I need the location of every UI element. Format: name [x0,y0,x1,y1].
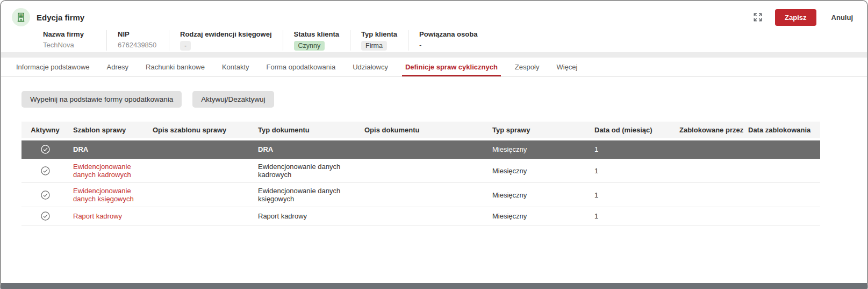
tab-forma-opodatkowania[interactable]: Forma opodatkowania [258,58,345,76]
column-header-szablon-sprawy: Szablon sprawy [69,122,148,139]
recurring-case-definitions-table: Aktywny Szablon sprawy Opis szablonu spr… [21,122,820,225]
check-circle-icon [40,166,51,176]
tab-bar: Informacje podstawowe Adresy Rachunki ba… [1,58,867,77]
activate-deactivate-button[interactable]: Aktywuj/Dezaktywuj [192,91,274,108]
cell-case-type: Miesięczny [488,139,590,159]
cell-template-desc [148,207,254,225]
cell-blocked-date [744,159,820,183]
cell-date-from: 1 [590,207,675,225]
building-icon [12,8,30,26]
cell-blocked-by [675,139,744,159]
tab-content: Wypełnij na podstawie formy opodatkowani… [1,77,867,225]
column-header-typ-dokumentu: Typ dokumentu [254,122,360,139]
table-row[interactable]: Ewidencjonowanie danych kadrowych Ewiden… [21,159,820,183]
column-header-typ-sprawy: Typ sprawy [488,122,590,139]
cell-doc-type: DRA [254,139,360,159]
tab-definicje-spraw-cyklicznych[interactable]: Definicje spraw cyklicznych [397,58,506,76]
field-company-name: Nazwa firmy TechNova [43,30,106,51]
tab-kontakty[interactable]: Kontakty [213,58,258,76]
check-circle-icon [40,211,51,221]
cell-blocked-by [675,159,744,183]
tab-adresy[interactable]: Adresy [98,58,137,76]
cell-date-from: 1 [590,159,675,183]
toolbar: Wypełnij na podstawie formy opodatkowani… [21,91,845,108]
cell-doc-type: Ewidencjonowanie danych kadrowych [254,159,360,183]
case-template-link[interactable]: DRA [73,145,88,153]
column-header-data-zablokowania: Data zablokowania [744,122,820,139]
fill-from-tax-form-button[interactable]: Wypełnij na podstawie formy opodatkowani… [21,91,182,108]
case-template-link[interactable]: Ewidencjonowanie danych kadrowych [73,163,131,179]
cell-doc-type: Ewidencjonowanie danych księgowych [254,183,360,207]
cell-case-type: Miesięczny [488,207,590,225]
company-summary-bar: Nazwa firmy TechNova NIP 6762439850 Rodz… [43,30,858,51]
cell-doc-desc [360,207,488,225]
cell-blocked-by [675,207,744,225]
cell-doc-desc [360,183,488,207]
section-divider [1,52,867,58]
table-row[interactable]: DRA DRA Miesięczny 1 [21,139,820,159]
table-header-row: Aktywny Szablon sprawy Opis szablonu spr… [21,122,820,139]
edit-company-dialog: Edycja firmy Zapisz Anuluj Nazwa firmy T… [0,0,868,289]
tab-udzialowcy[interactable]: Udziałowcy [344,58,397,76]
cell-blocked-date [744,183,820,207]
field-accounting-record-type: Rodzaj ewidencji księgowej - [169,30,283,51]
page-title: Edycja firmy [37,13,84,22]
cell-blocked-date [744,139,820,159]
cell-template-desc [148,159,254,183]
cell-date-from: 1 [590,139,675,159]
cell-blocked-by [675,183,744,207]
column-header-zablokowane-przez: Zablokowane przez [675,122,744,139]
column-header-opis-szablonu-sprawy: Opis szablonu sprawy [148,122,254,139]
tab-informacje-podstawowe[interactable]: Informacje podstawowe [8,58,98,76]
case-template-link[interactable]: Ewidencjonowanie danych księgowych [73,187,134,203]
tab-wiecej[interactable]: Więcej [548,58,586,76]
field-nip: NIP 6762439850 [106,30,169,51]
column-header-opis-dokumentu: Opis dokumentu [360,122,488,139]
field-client-type: Typ klienta Firma [350,30,408,51]
table-row[interactable]: Ewidencjonowanie danych księgowych Ewide… [21,183,820,207]
tab-zespoly[interactable]: Zespoły [506,58,548,76]
column-header-aktywny: Aktywny [21,122,69,139]
case-template-link[interactable]: Raport kadrowy [73,212,122,220]
cell-template-desc [148,183,254,207]
tab-rachunki-bankowe[interactable]: Rachunki bankowe [137,58,213,76]
column-header-data-od: Data od (miesiąc) [590,122,675,139]
cell-case-type: Miesięczny [488,183,590,207]
expand-fullscreen-icon[interactable] [750,10,765,25]
cell-blocked-date [744,207,820,225]
cell-doc-desc [360,139,488,159]
dialog-header: Edycja firmy Zapisz Anuluj Nazwa firmy T… [1,1,867,52]
save-button[interactable]: Zapisz [775,9,816,26]
status-badge: Czynny [294,41,325,51]
type-badge: Firma [361,41,387,51]
check-circle-icon [40,190,51,200]
cancel-button[interactable]: Anuluj [826,9,858,26]
cell-doc-desc [360,159,488,183]
cell-doc-type: Raport kadrowy [254,207,360,225]
table-row[interactable]: Raport kadrowy Raport kadrowy Miesięczny… [21,207,820,225]
field-related-person: Powiązana osoba - [408,30,494,51]
value-badge: - [180,41,191,51]
cell-template-desc [148,139,254,159]
check-circle-icon [40,144,51,154]
field-client-status: Status klienta Czynny [283,30,350,51]
cell-case-type: Miesięczny [488,159,590,183]
cell-date-from: 1 [590,183,675,207]
